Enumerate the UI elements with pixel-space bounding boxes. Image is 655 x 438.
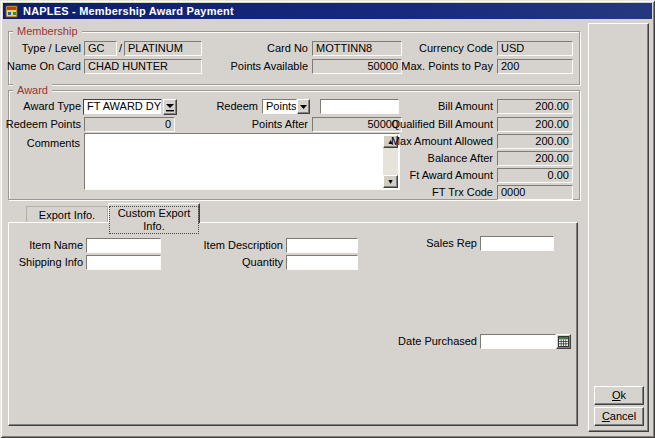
redeem-points-label: Redeem Points: [2, 117, 81, 132]
membership-group: Membership: [8, 31, 580, 85]
cancel-button-accel: C: [602, 410, 610, 422]
dialog-window: NAPLES - Membership Award Payment Member…: [0, 0, 655, 438]
ok-button-rest: k: [621, 389, 627, 401]
dropdown-arrow-icon: [166, 103, 174, 112]
tab-custom-export-info[interactable]: Custom Export Info.: [108, 203, 200, 223]
name-on-card-field: CHAD HUNTER: [84, 59, 202, 74]
max-amount-allowed-label: Max Amount Allowed: [370, 134, 493, 149]
shipping-info-input[interactable]: [86, 255, 161, 270]
qualified-bill-amount-label: Qualified Bill Amount: [370, 117, 493, 132]
award-type-label: Award Type: [2, 99, 81, 114]
tab-custom-export-info-label: Custom Export Info.: [109, 206, 199, 234]
tab-export-info[interactable]: Export Info.: [26, 206, 108, 222]
balance-after-field: 200.00: [497, 151, 573, 166]
ok-button-accel: O: [612, 389, 621, 401]
title-bar[interactable]: NAPLES - Membership Award Payment: [3, 3, 652, 19]
date-purchased-input[interactable]: [480, 334, 556, 349]
qualified-bill-amount-field: 200.00: [497, 117, 573, 132]
type-level-separator: /: [117, 41, 124, 56]
dropdown-arrow-icon: [300, 105, 307, 109]
ft-award-amount-field: 0.00: [497, 168, 573, 183]
sales-rep-input[interactable]: [480, 236, 554, 251]
name-on-card-label: Name On Card: [2, 59, 81, 74]
member-level-field: PLATINUM: [124, 41, 202, 56]
ft-award-amount-label: Ft Award Amount: [370, 168, 493, 183]
cancel-button[interactable]: Cancel: [594, 407, 644, 426]
type-level-label: Type / Level: [2, 41, 81, 56]
quantity-label: Quantity: [170, 255, 283, 270]
redeem-label: Redeem: [180, 99, 258, 114]
currency-code-label: Currency Code: [385, 41, 493, 56]
ok-button[interactable]: Ok: [594, 386, 644, 405]
redeem-points-field: 0: [84, 117, 175, 132]
comments-label: Comments: [2, 136, 80, 151]
bill-amount-field: 200.00: [497, 99, 573, 114]
card-no-label: Card No: [210, 41, 308, 56]
button-panel: [588, 23, 649, 432]
item-description-input[interactable]: [286, 238, 358, 253]
shipping-info-label: Shipping Info: [5, 255, 83, 270]
comments-textarea[interactable]: ▲ ▼: [84, 133, 400, 190]
award-type-dropdown-button[interactable]: [163, 99, 177, 115]
tab-export-info-label: Export Info.: [39, 209, 95, 221]
redeem-dropdown-button[interactable]: [297, 99, 310, 114]
points-after-label: Points After: [210, 117, 308, 132]
ft-trx-code-label: FT Trx Code: [370, 185, 493, 200]
date-purchased-label: Date Purchased: [385, 334, 477, 349]
quantity-input[interactable]: [286, 255, 358, 270]
cancel-button-rest: ancel: [610, 410, 636, 422]
sales-rep-label: Sales Rep: [400, 236, 477, 251]
item-name-label: Item Name: [5, 238, 83, 253]
membership-legend: Membership: [13, 25, 82, 37]
max-points-to-pay-label: Max. Points to Pay: [385, 59, 493, 74]
points-available-label: Points Available: [210, 59, 308, 74]
item-name-input[interactable]: [86, 238, 161, 253]
award-legend: Award: [13, 84, 52, 96]
currency-code-field: USD: [497, 41, 573, 56]
max-points-to-pay-field: 200: [497, 59, 573, 74]
window-title: NAPLES - Membership Award Payment: [23, 5, 234, 17]
redeem-combo[interactable]: Points: [262, 99, 297, 114]
max-amount-allowed-field: 200.00: [497, 134, 573, 149]
bill-amount-label: Bill Amount: [385, 99, 493, 114]
date-picker-button[interactable]: [556, 334, 571, 349]
balance-after-label: Balance After: [370, 151, 493, 166]
calendar-icon: [558, 336, 569, 347]
app-icon: [5, 5, 19, 18]
item-description-label: Item Description: [170, 238, 283, 253]
member-type-field: GC: [84, 41, 117, 56]
award-type-combo[interactable]: FT AWARD DYNA: [83, 99, 162, 115]
ft-trx-code-field: 0000: [497, 185, 573, 200]
